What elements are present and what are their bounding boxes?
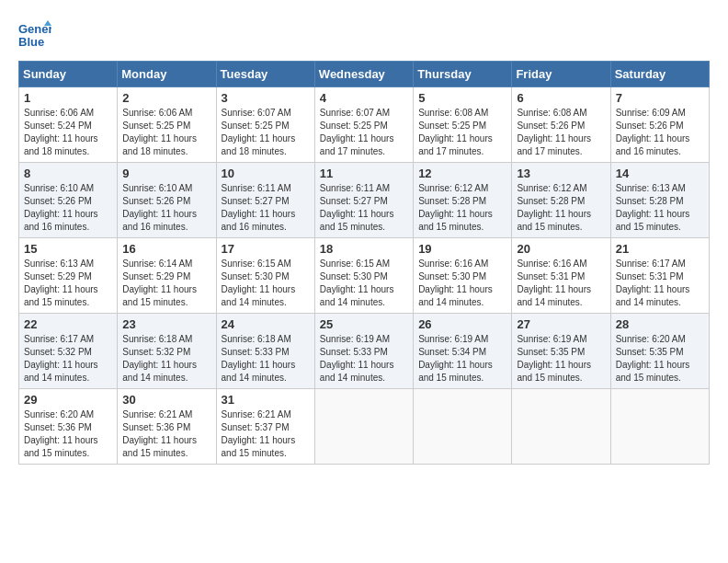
calendar-cell: 18 Sunrise: 6:15 AMSunset: 5:30 PMDaylig… [314, 238, 413, 314]
calendar-cell: 31 Sunrise: 6:21 AMSunset: 5:37 PMDaylig… [216, 389, 314, 465]
day-number: 28 [616, 317, 704, 331]
calendar-cell: 15 Sunrise: 6:13 AMSunset: 5:29 PMDaylig… [19, 238, 118, 314]
day-number: 17 [222, 242, 310, 256]
day-number: 4 [320, 91, 408, 105]
day-number: 25 [320, 317, 408, 331]
day-info: Sunrise: 6:16 AMSunset: 5:31 PMDaylight:… [517, 259, 591, 307]
header-tuesday: Tuesday [216, 62, 314, 87]
calendar-cell: 24 Sunrise: 6:18 AMSunset: 5:33 PMDaylig… [216, 314, 314, 389]
day-info: Sunrise: 6:19 AMSunset: 5:33 PMDaylight:… [320, 334, 394, 383]
day-number: 20 [517, 242, 605, 256]
calendar-week-3: 15 Sunrise: 6:13 AMSunset: 5:29 PMDaylig… [19, 238, 710, 314]
calendar-cell: 26 Sunrise: 6:19 AMSunset: 5:34 PMDaylig… [414, 314, 512, 389]
calendar-cell: 3 Sunrise: 6:07 AMSunset: 5:25 PMDayligh… [216, 87, 314, 163]
day-number: 22 [24, 317, 112, 331]
day-number: 6 [517, 91, 605, 105]
calendar-cell: 13 Sunrise: 6:12 AMSunset: 5:28 PMDaylig… [512, 163, 610, 238]
header-friday: Friday [512, 62, 610, 87]
calendar-cell: 14 Sunrise: 6:13 AMSunset: 5:28 PMDaylig… [610, 163, 709, 238]
day-number: 5 [418, 91, 506, 105]
calendar-header-row: SundayMondayTuesdayWednesdayThursdayFrid… [19, 62, 710, 87]
day-info: Sunrise: 6:15 AMSunset: 5:30 PMDaylight:… [320, 259, 394, 307]
day-number: 24 [222, 317, 310, 331]
day-number: 7 [616, 91, 704, 105]
logo-icon: General Blue [18, 18, 51, 52]
header-monday: Monday [118, 62, 216, 87]
day-info: Sunrise: 6:08 AMSunset: 5:25 PMDaylight:… [418, 108, 493, 156]
calendar-week-1: 1 Sunrise: 6:06 AMSunset: 5:24 PMDayligh… [19, 87, 710, 163]
calendar-cell: 23 Sunrise: 6:18 AMSunset: 5:32 PMDaylig… [118, 314, 216, 389]
day-number: 16 [122, 242, 210, 256]
day-info: Sunrise: 6:21 AMSunset: 5:37 PMDaylight:… [222, 409, 296, 458]
day-info: Sunrise: 6:19 AMSunset: 5:34 PMDaylight:… [418, 334, 493, 383]
day-info: Sunrise: 6:11 AMSunset: 5:27 PMDaylight:… [222, 183, 296, 232]
day-number: 29 [24, 393, 112, 407]
header-wednesday: Wednesday [314, 62, 413, 87]
calendar-cell: 28 Sunrise: 6:20 AMSunset: 5:35 PMDaylig… [610, 314, 709, 389]
day-info: Sunrise: 6:12 AMSunset: 5:28 PMDaylight:… [418, 183, 493, 232]
day-number: 13 [517, 167, 605, 180]
calendar-cell: 1 Sunrise: 6:06 AMSunset: 5:24 PMDayligh… [19, 87, 118, 163]
calendar-cell: 5 Sunrise: 6:08 AMSunset: 5:25 PMDayligh… [414, 87, 512, 163]
day-number: 9 [122, 167, 210, 180]
day-info: Sunrise: 6:15 AMSunset: 5:30 PMDaylight:… [222, 259, 296, 307]
calendar-cell [512, 389, 610, 465]
day-info: Sunrise: 6:20 AMSunset: 5:35 PMDaylight:… [616, 334, 690, 383]
day-number: 11 [320, 167, 408, 180]
calendar-cell: 11 Sunrise: 6:11 AMSunset: 5:27 PMDaylig… [314, 163, 413, 238]
calendar-cell: 8 Sunrise: 6:10 AMSunset: 5:26 PMDayligh… [19, 163, 118, 238]
calendar-cell: 20 Sunrise: 6:16 AMSunset: 5:31 PMDaylig… [512, 238, 610, 314]
calendar-cell: 19 Sunrise: 6:16 AMSunset: 5:30 PMDaylig… [414, 238, 512, 314]
day-info: Sunrise: 6:06 AMSunset: 5:25 PMDaylight:… [122, 108, 197, 156]
day-number: 15 [24, 242, 112, 256]
day-number: 23 [122, 317, 210, 331]
day-info: Sunrise: 6:07 AMSunset: 5:25 PMDaylight:… [320, 108, 394, 156]
calendar-cell: 29 Sunrise: 6:20 AMSunset: 5:36 PMDaylig… [19, 389, 118, 465]
day-number: 12 [418, 167, 506, 180]
day-info: Sunrise: 6:10 AMSunset: 5:26 PMDaylight:… [122, 183, 197, 232]
calendar-week-5: 29 Sunrise: 6:20 AMSunset: 5:36 PMDaylig… [19, 389, 710, 465]
day-number: 31 [222, 393, 310, 407]
day-info: Sunrise: 6:08 AMSunset: 5:26 PMDaylight:… [517, 108, 591, 156]
calendar-cell [414, 389, 512, 465]
calendar-cell: 12 Sunrise: 6:12 AMSunset: 5:28 PMDaylig… [414, 163, 512, 238]
day-info: Sunrise: 6:06 AMSunset: 5:24 PMDaylight:… [24, 108, 98, 156]
calendar-cell: 10 Sunrise: 6:11 AMSunset: 5:27 PMDaylig… [216, 163, 314, 238]
day-info: Sunrise: 6:17 AMSunset: 5:31 PMDaylight:… [616, 259, 690, 307]
day-info: Sunrise: 6:18 AMSunset: 5:33 PMDaylight:… [222, 334, 296, 383]
calendar-cell: 6 Sunrise: 6:08 AMSunset: 5:26 PMDayligh… [512, 87, 610, 163]
logo: General Blue [18, 18, 51, 52]
day-info: Sunrise: 6:10 AMSunset: 5:26 PMDaylight:… [24, 183, 98, 232]
day-number: 10 [222, 167, 310, 180]
day-info: Sunrise: 6:20 AMSunset: 5:36 PMDaylight:… [24, 409, 98, 458]
header-saturday: Saturday [610, 62, 709, 87]
calendar-cell: 7 Sunrise: 6:09 AMSunset: 5:26 PMDayligh… [610, 87, 709, 163]
day-info: Sunrise: 6:11 AMSunset: 5:27 PMDaylight:… [320, 183, 394, 232]
day-info: Sunrise: 6:19 AMSunset: 5:35 PMDaylight:… [517, 334, 591, 383]
calendar-cell: 4 Sunrise: 6:07 AMSunset: 5:25 PMDayligh… [314, 87, 413, 163]
calendar-table: SundayMondayTuesdayWednesdayThursdayFrid… [18, 61, 710, 465]
calendar-week-2: 8 Sunrise: 6:10 AMSunset: 5:26 PMDayligh… [19, 163, 710, 238]
day-info: Sunrise: 6:09 AMSunset: 5:26 PMDaylight:… [616, 108, 690, 156]
day-number: 26 [418, 317, 506, 331]
calendar-cell: 25 Sunrise: 6:19 AMSunset: 5:33 PMDaylig… [314, 314, 413, 389]
day-info: Sunrise: 6:07 AMSunset: 5:25 PMDaylight:… [222, 108, 296, 156]
day-number: 19 [418, 242, 506, 256]
calendar-cell: 21 Sunrise: 6:17 AMSunset: 5:31 PMDaylig… [610, 238, 709, 314]
header-sunday: Sunday [19, 62, 118, 87]
day-number: 21 [616, 242, 704, 256]
day-info: Sunrise: 6:17 AMSunset: 5:32 PMDaylight:… [24, 334, 98, 383]
day-number: 27 [517, 317, 605, 331]
day-info: Sunrise: 6:13 AMSunset: 5:28 PMDaylight:… [616, 183, 690, 232]
day-number: 2 [122, 91, 210, 105]
day-number: 3 [222, 91, 310, 105]
calendar-cell: 17 Sunrise: 6:15 AMSunset: 5:30 PMDaylig… [216, 238, 314, 314]
day-number: 30 [122, 393, 210, 407]
calendar-week-4: 22 Sunrise: 6:17 AMSunset: 5:32 PMDaylig… [19, 314, 710, 389]
calendar-cell [314, 389, 413, 465]
day-info: Sunrise: 6:16 AMSunset: 5:30 PMDaylight:… [418, 259, 493, 307]
calendar-cell: 22 Sunrise: 6:17 AMSunset: 5:32 PMDaylig… [19, 314, 118, 389]
header: General Blue [18, 18, 710, 52]
calendar-cell: 16 Sunrise: 6:14 AMSunset: 5:29 PMDaylig… [118, 238, 216, 314]
calendar-cell: 27 Sunrise: 6:19 AMSunset: 5:35 PMDaylig… [512, 314, 610, 389]
